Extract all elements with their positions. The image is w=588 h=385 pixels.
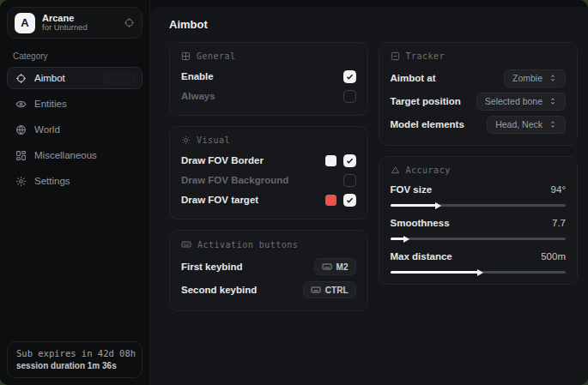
setting-row: Model elements Head, Neck [391, 113, 566, 135]
activation-card: Activation buttons First keybind M2 [169, 230, 368, 311]
second-keybind-button[interactable]: CTRL [303, 281, 356, 298]
setting-label: Enable [181, 71, 214, 81]
category-label: Category [13, 51, 136, 61]
grid-icon [181, 51, 191, 61]
slider-thumb[interactable] [477, 269, 483, 276]
keyboard-icon [322, 262, 332, 272]
fov-size-slider[interactable] [391, 204, 566, 207]
fov-border-checkbox[interactable] [343, 154, 356, 167]
setting-label: FOV size [391, 184, 433, 195]
setting-label: Smoothness [391, 218, 450, 228]
sidebar-item-label: Entities [34, 99, 67, 109]
accuracy-card: Accuracy FOV size 94° [379, 156, 578, 285]
aimbot-at-dropdown[interactable]: Zombie [504, 69, 566, 87]
setting-label: Model elements [391, 119, 464, 129]
always-checkbox[interactable] [343, 90, 356, 103]
fov-target-checkbox[interactable] [343, 194, 356, 207]
sidebar-item-miscellaneous[interactable]: Miscellaneous [7, 144, 142, 166]
card-header-label: Tracker [406, 51, 446, 61]
main-panel: Aimbot General Enable [150, 7, 588, 385]
fov-border-color-swatch[interactable] [325, 155, 336, 166]
smoothness-slider[interactable] [391, 238, 566, 240]
sidebar-item-label: Aimbot [34, 73, 65, 83]
card-header-label: General [197, 51, 236, 61]
sidebar-item-entities[interactable]: Entities [7, 93, 142, 115]
sidebar-item-label: Miscellaneous [34, 150, 97, 160]
slider-fill [391, 238, 404, 240]
right-column: Tracker Aimbot at Zombie [379, 42, 578, 285]
left-column: General Enable Always [169, 42, 368, 311]
fov-size-value: 94° [551, 184, 566, 195]
app-subtitle: for Unturned [42, 23, 88, 33]
focus-frame-icon [391, 51, 400, 61]
fov-target-color-swatch[interactable] [325, 195, 336, 206]
setting-label: Draw FOV Background [181, 175, 288, 185]
slider-fill [391, 204, 436, 207]
fov-background-checkbox[interactable] [343, 174, 356, 187]
model-elements-dropdown[interactable]: Head, Neck [487, 116, 566, 134]
setting-label: Draw FOV Border [181, 155, 264, 165]
active-item-hint [103, 73, 136, 85]
setting-row: Enable [181, 67, 356, 86]
target-icon[interactable] [124, 17, 135, 28]
max-distance-setting: Max distance 500m [391, 248, 566, 274]
accuracy-card-header: Accuracy [391, 165, 566, 175]
smoothness-setting: Smoothness 7.7 [391, 214, 566, 240]
card-header-label: Visual [197, 135, 230, 145]
activation-card-header: Activation buttons [181, 239, 356, 250]
card-header-label: Accuracy [406, 165, 451, 175]
setting-controls [325, 194, 356, 207]
page-title: Aimbot [169, 18, 578, 31]
enable-checkbox[interactable] [343, 70, 356, 83]
sidebar-item-settings[interactable]: Settings [7, 170, 142, 192]
max-distance-slider[interactable] [391, 271, 566, 274]
slider-fill [391, 271, 478, 274]
layout-grid-icon [15, 150, 27, 161]
keybind-value: M2 [336, 262, 349, 272]
dropdown-value: Selected bone [485, 96, 543, 106]
smoothness-value: 7.7 [552, 218, 566, 228]
sun-icon [181, 135, 191, 145]
sidebar-item-aimbot[interactable]: Aimbot [7, 67, 142, 89]
dropdown-value: Head, Neck [495, 119, 543, 129]
setting-row: Second keybind CTRL [181, 279, 356, 301]
tracker-card-header: Tracker [391, 51, 566, 61]
keybind-value: CTRL [325, 286, 349, 295]
subscription-card: Sub expires in 42d 08h session duration … [7, 341, 142, 378]
sidebar-item-label: World [34, 124, 60, 135]
setting-row: First keybind M2 [181, 256, 356, 278]
crosshair-icon [15, 73, 27, 84]
tracker-card: Tracker Aimbot at Zombie [379, 42, 578, 146]
setting-label: First keybind [181, 262, 243, 272]
setting-row: Draw FOV Border [181, 151, 356, 170]
setting-row: Aimbot at Zombie [391, 67, 566, 89]
app-avatar: A [15, 13, 35, 33]
sidebar-item-label: Settings [34, 176, 70, 186]
brand-text: Arcane for Unturned [42, 13, 88, 33]
sidebar-item-world[interactable]: World [7, 118, 142, 141]
sub-expiry-text: Sub expires in 42d 08h [16, 348, 133, 358]
slider-thumb[interactable] [435, 202, 441, 209]
setting-label: Draw FOV target [181, 195, 258, 205]
chevron-updown-icon [549, 97, 557, 105]
brand-card: A Arcane for Unturned [7, 7, 142, 39]
visual-card-header: Visual [181, 135, 356, 145]
setting-row: Always [181, 87, 356, 105]
setting-label: Aimbot at [391, 73, 436, 83]
app-window: A Arcane for Unturned Category Aimbot [0, 0, 588, 385]
sidebar-nav: Aimbot Entities World [7, 67, 142, 192]
session-duration-text: session duration 1m 36s [16, 361, 133, 370]
setting-controls [325, 154, 356, 167]
setting-label: Second keybind [181, 285, 257, 295]
first-keybind-button[interactable]: M2 [314, 258, 356, 275]
chevron-updown-icon [549, 74, 557, 82]
general-card-header: General [181, 51, 356, 61]
eye-icon [15, 99, 27, 110]
keyboard-icon [181, 239, 191, 250]
setting-label: Always [181, 91, 215, 101]
visual-card: Visual Draw FOV Border Draw FOV Backgrou… [169, 126, 368, 220]
globe-icon [15, 124, 27, 135]
slider-thumb[interactable] [403, 236, 409, 243]
keyboard-icon [311, 285, 321, 295]
target-position-dropdown[interactable]: Selected bone [476, 93, 566, 111]
